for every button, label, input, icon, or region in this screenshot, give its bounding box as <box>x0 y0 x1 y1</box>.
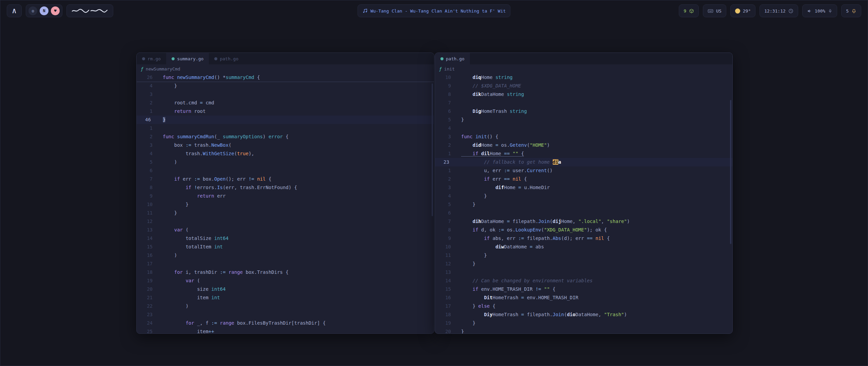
code-text <box>163 217 434 226</box>
code-line[interactable]: 3func init() { <box>435 133 732 141</box>
volume-pill[interactable]: 100% <box>802 4 837 17</box>
code-line[interactable]: 14 // Can be changed by environment vari… <box>435 277 732 285</box>
code-line[interactable]: 24 for _, f := range box.FilesByTrashDir… <box>137 319 434 327</box>
code-line[interactable]: 2 root.cmd = cmd <box>137 99 434 107</box>
code-line[interactable]: 20 size int64 <box>137 285 434 293</box>
scrollbar-left[interactable] <box>432 83 433 216</box>
code-line[interactable]: 9 return err <box>137 192 434 200</box>
code-text: return err <box>163 192 434 200</box>
code-line[interactable]: 2 if err == nil { <box>435 175 732 183</box>
code-text: // fallback to get home dia <box>461 158 732 166</box>
weather-pill[interactable]: 29° <box>730 4 755 17</box>
code-line[interactable]: 3 <box>137 90 434 99</box>
code-line[interactable]: 14 totalSize int64 <box>137 234 434 243</box>
go-file-icon <box>214 57 217 60</box>
app-launcher-button[interactable]: Λ <box>7 4 22 17</box>
tab-rm.go[interactable]: rm.go <box>137 53 166 64</box>
code-line[interactable]: 23 // fallback to get home dia <box>435 158 732 166</box>
bar-right-group: 9 US 29° 12:31:12 <box>679 4 861 17</box>
bar-left-group: Λ ◍ N ♥ <box>7 4 113 17</box>
code-line[interactable]: 8 if d, ok := os.LookupEnv("XDG_DATA_HOM… <box>435 226 732 234</box>
code-line[interactable]: 12 } <box>435 260 732 268</box>
code-text: for i, trashDir := range box.TrashDirs { <box>163 268 434 277</box>
code-line[interactable]: 10 diqHome string <box>435 73 732 82</box>
tabline-right: path.go <box>435 53 732 64</box>
updates-pill[interactable]: 9 <box>679 4 699 17</box>
code-line[interactable]: 10 } <box>137 200 434 209</box>
code-line[interactable]: 11 } <box>435 251 732 260</box>
code-line[interactable]: 2 didHome = os.Getenv("HOME") <box>435 141 732 149</box>
code-line[interactable]: 9 if abs, err := filepath.Abs(d); err ==… <box>435 234 732 243</box>
window-title-pill[interactable] <box>66 4 113 17</box>
scrollbar-right[interactable] <box>730 100 731 244</box>
code-line[interactable]: 11 } <box>137 209 434 217</box>
tab-summary.go[interactable]: summary.go <box>166 53 209 64</box>
code-line[interactable]: 12 <box>137 217 434 226</box>
line-number: 17 <box>435 302 461 310</box>
code-line[interactable]: 1 return root <box>137 107 434 116</box>
code-area-right[interactable]: 10 diqHome string9 // $XDG_DATA_HOME8 di… <box>435 73 732 333</box>
tab-path.go[interactable]: path.go <box>435 53 470 64</box>
breadcrumb-right[interactable]: ƒ init <box>435 64 732 73</box>
code-line[interactable]: 4 <box>435 124 732 133</box>
code-line[interactable]: 25 item++ <box>137 327 434 333</box>
code-line[interactable]: 2func summaryCmdRun(_ summaryOptions) er… <box>137 133 434 141</box>
code-area-left[interactable]: 26func newSummaryCmd() *summaryCmd {4 }3… <box>137 73 434 333</box>
code-line[interactable]: 10 diwDataHome = abs <box>435 243 732 251</box>
code-line[interactable]: 3 box := trash.NewBox( <box>137 141 434 149</box>
tab-label: rm.go <box>147 56 161 61</box>
code-line[interactable]: 6 DigHomeTrash string <box>435 107 732 116</box>
code-line[interactable]: 16 DitHomeTrash = env.HOME_TRASH_DIR <box>435 293 732 302</box>
code-line[interactable]: 1 if dilHome == "" { <box>435 149 732 158</box>
media-player-pill[interactable]: Wu-Tang Clan - Wu-Tang Clan Ain't Nuthin… <box>357 4 510 17</box>
code-line[interactable]: 17 } else { <box>435 302 732 310</box>
workspace-2-active[interactable]: N <box>40 6 48 15</box>
code-line[interactable]: 7 <box>435 99 732 107</box>
code-line[interactable]: 1 u, err := user.Current() <box>435 166 732 175</box>
breadcrumb-left[interactable]: ƒ newSummaryCmd <box>137 64 434 73</box>
code-line[interactable]: 17 <box>137 260 434 268</box>
line-number: 14 <box>435 277 461 285</box>
line-number: 2 <box>435 141 461 149</box>
line-number: 5 <box>435 200 461 209</box>
code-line[interactable]: 46} <box>137 116 434 124</box>
code-line[interactable]: 3 difHome = u.HomeDir <box>435 183 732 192</box>
line-number: 7 <box>137 175 163 183</box>
code-line[interactable]: 15 totalItem int <box>137 243 434 251</box>
code-line[interactable]: 13 var ( <box>137 226 434 234</box>
context-line[interactable]: 26func newSummaryCmd() *summaryCmd { <box>137 73 434 82</box>
code-line[interactable]: 19 } <box>435 319 732 327</box>
code-line[interactable]: 16 ) <box>137 251 434 260</box>
code-line[interactable]: 13 <box>435 268 732 277</box>
tab-path.go[interactable]: path.go <box>209 53 244 64</box>
code-line[interactable]: 15 if env.HOME_TRASH_DIR != "" { <box>435 285 732 293</box>
line-number: 16 <box>137 251 163 260</box>
code-line[interactable]: 6 <box>435 209 732 217</box>
code-line[interactable]: 18 DiyHomeTrash = filepath.Join(dioDataH… <box>435 310 732 319</box>
code-line[interactable]: 23 <box>137 310 434 319</box>
code-line[interactable]: 9 // $XDG_DATA_HOME <box>435 82 732 90</box>
code-line[interactable]: 8 dikDataHome string <box>435 90 732 99</box>
code-line[interactable]: 4 } <box>435 192 732 200</box>
code-line[interactable]: 5 ) <box>137 158 434 166</box>
code-line[interactable]: 7 dihDataHome = filepath.Join(dijHome, "… <box>435 217 732 226</box>
code-line[interactable]: 7 if err := box.Open(); err != nil { <box>137 175 434 183</box>
code-line[interactable]: 8 if !errors.Is(err, trash.ErrNotFound) … <box>137 183 434 192</box>
breadcrumb-label: init <box>444 66 455 72</box>
code-line[interactable]: 21 item int <box>137 293 434 302</box>
code-line[interactable]: 20} <box>435 327 732 333</box>
keyboard-layout-pill[interactable]: US <box>703 4 726 17</box>
code-line[interactable]: 6 <box>137 166 434 175</box>
code-line[interactable]: 4 trash.WithGetSize(true), <box>137 149 434 158</box>
workspace-3[interactable]: ♥ <box>51 6 60 15</box>
code-line[interactable]: 22 ) <box>137 302 434 310</box>
workspace-1[interactable]: ◍ <box>28 6 37 15</box>
code-line[interactable]: 19 var ( <box>137 277 434 285</box>
code-line[interactable]: 18 for i, trashDir := range box.TrashDir… <box>137 268 434 277</box>
code-line[interactable]: 4 } <box>137 82 434 90</box>
notifications-pill[interactable]: 5 <box>841 4 861 17</box>
code-line[interactable]: 1 <box>137 124 434 133</box>
clock-pill[interactable]: 12:31:12 <box>760 4 798 17</box>
code-line[interactable]: 5} <box>435 116 732 124</box>
code-line[interactable]: 5 } <box>435 200 732 209</box>
